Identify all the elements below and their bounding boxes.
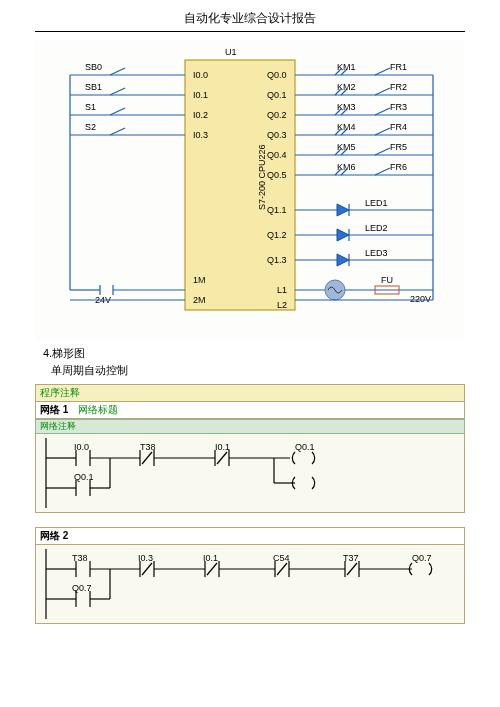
svg-line-125	[277, 563, 287, 575]
svg-text:FR5: FR5	[390, 142, 407, 152]
svg-text:T38: T38	[72, 553, 88, 563]
svg-text:FR1: FR1	[390, 62, 407, 72]
svg-text:KM3: KM3	[337, 102, 356, 112]
ladder-net1-anno: 网络注释	[35, 419, 465, 434]
plc-model-label: S7-200 CPU226	[257, 144, 267, 210]
svg-text:KM1: KM1	[337, 62, 356, 72]
svg-text:Q0.1: Q0.1	[295, 442, 315, 452]
ladder-program-comment: 程序注释	[35, 384, 465, 402]
ladder-net2-body: T38 I0.3 I0.1 C54 T37 Q0.7 Q0.7	[35, 545, 465, 624]
svg-text:L1: L1	[277, 285, 287, 295]
svg-text:I0.1: I0.1	[193, 90, 208, 100]
svg-text:I0.2: I0.2	[193, 110, 208, 120]
svg-text:LED2: LED2	[365, 223, 388, 233]
svg-text:Q0.1: Q0.1	[267, 90, 287, 100]
section-4-sub: 单周期自动控制	[51, 363, 465, 378]
page-title: 自动化专业综合设计报告	[35, 10, 465, 27]
svg-line-90	[142, 452, 152, 464]
ladder-net2-title: 网络 2	[35, 527, 465, 545]
svg-line-120	[207, 563, 217, 575]
svg-text:1M: 1M	[193, 275, 206, 285]
svg-text:Q0.4: Q0.4	[267, 150, 287, 160]
svg-text:FR3: FR3	[390, 102, 407, 112]
svg-text:L2: L2	[277, 300, 287, 310]
svg-text:T38: T38	[140, 442, 156, 452]
svg-text:S1: S1	[85, 102, 96, 112]
svg-text:Q1.3: Q1.3	[267, 255, 287, 265]
svg-line-95	[217, 452, 227, 464]
svg-text:I0.0: I0.0	[193, 70, 208, 80]
svg-text:FR2: FR2	[390, 82, 407, 92]
svg-text:Q0.0: Q0.0	[267, 70, 287, 80]
svg-text:2M: 2M	[193, 295, 206, 305]
svg-line-115	[142, 563, 152, 575]
svg-text:KM5: KM5	[337, 142, 356, 152]
svg-text:Q0.5: Q0.5	[267, 170, 287, 180]
svg-text:SB0: SB0	[85, 62, 102, 72]
svg-text:S2: S2	[85, 122, 96, 132]
svg-text:Q0.3: Q0.3	[267, 130, 287, 140]
ladder-net1-title: 网络 1网络标题	[35, 402, 465, 419]
svg-line-130	[347, 563, 357, 575]
svg-text:Q0.2: Q0.2	[267, 110, 287, 120]
svg-text:KM4: KM4	[337, 122, 356, 132]
svg-text:I0.3: I0.3	[193, 130, 208, 140]
svg-text:Q1.2: Q1.2	[267, 230, 287, 240]
svg-text:SB1: SB1	[85, 82, 102, 92]
svg-text:FR4: FR4	[390, 122, 407, 132]
svg-text:FU: FU	[381, 275, 393, 285]
svg-text:220V: 220V	[410, 294, 431, 304]
svg-text:I0.1: I0.1	[215, 442, 230, 452]
svg-text:Q0.7: Q0.7	[412, 553, 432, 563]
svg-text:LED3: LED3	[365, 248, 388, 258]
ladder-net1-body: I0.0 T38 I0.1 Q0.1 Q0.1	[35, 434, 465, 513]
svg-text:FR6: FR6	[390, 162, 407, 172]
module-label: U1	[225, 47, 237, 57]
svg-text:Q0.7: Q0.7	[72, 583, 92, 593]
svg-text:Q1.1: Q1.1	[267, 205, 287, 215]
plc-wiring-diagram: U1 S7-200 CPU226 SB0 I0.0 SB1 I0.1 S1 I0…	[35, 40, 465, 340]
svg-text:LED1: LED1	[365, 198, 388, 208]
title-rule	[35, 31, 465, 32]
svg-text:KM2: KM2	[337, 82, 356, 92]
section-4-heading: 4.梯形图	[43, 346, 465, 361]
svg-text:KM6: KM6	[337, 162, 356, 172]
